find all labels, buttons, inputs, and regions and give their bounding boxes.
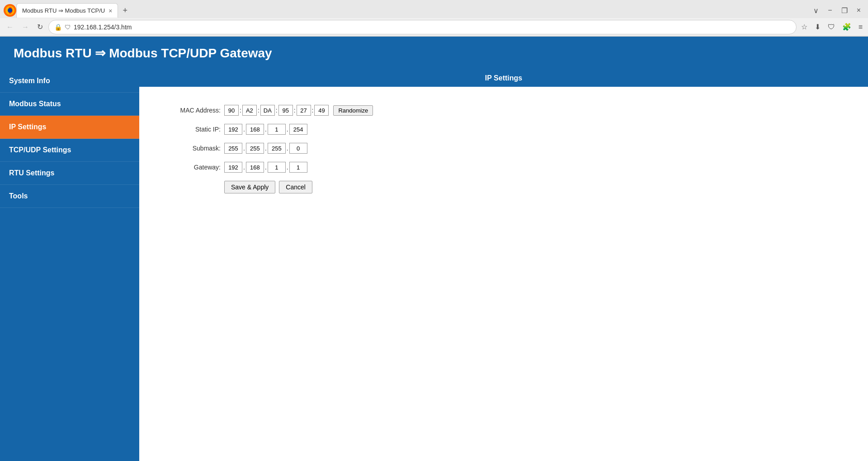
submask-sep-3: . [287,145,288,152]
tab-title: Modbus RTU ⇒ Modbus TCP/U [22,7,105,14]
address-text: 192.168.1.254/3.htm [74,24,791,31]
gateway-sep-3: . [287,164,288,171]
address-path: /3.htm [114,24,132,31]
static-ip-field-2[interactable] [246,124,264,135]
mac-sep-4: : [294,107,296,114]
extensions-button[interactable]: 🧩 [840,21,853,33]
mac-field-6[interactable] [314,105,329,116]
submask-row: Submask: . . . [166,143,841,154]
gateway-sep-2: . [265,164,267,171]
tab-bar: Modbus RTU ⇒ Modbus TCP/U × + ∨ − ❐ × [0,0,868,18]
forward-button[interactable]: → [19,21,32,33]
gateway-field-1[interactable] [224,162,242,173]
form-area: MAC Address: : : : : : Randomize [139,87,868,212]
address-base: 192.168.1.254 [74,24,114,31]
randomize-button[interactable]: Randomize [333,105,373,116]
submask-sep-2: . [265,145,267,152]
mac-sep-3: : [276,107,278,114]
save-apply-button[interactable]: Save & Apply [224,181,275,193]
page-title: Modbus RTU ⇒ Modbus TCP/UDP Gateway [14,46,854,61]
menu-button[interactable]: ≡ [857,21,864,33]
security-icon: 🔒 [54,24,62,31]
mac-sep-5: : [312,107,314,114]
page-header: Modbus RTU ⇒ Modbus TCP/UDP Gateway [0,37,868,70]
maximize-button[interactable]: ❐ [838,5,851,16]
mac-address-row: MAC Address: : : : : : Randomize [166,105,841,116]
shield-icon: 🛡 [65,24,71,31]
nav-bar: ← → ↻ 🔒 🛡 192.168.1.254/3.htm ☆ ⬇ 🛡 🧩 ≡ [0,18,868,36]
submask-field-3[interactable] [268,143,286,154]
action-row: Save & Apply Cancel [166,181,841,193]
minimize-button[interactable]: − [824,5,835,15]
tab-close-button[interactable]: × [108,7,112,14]
sidebar-item-tcp-udp-settings[interactable]: TCP/UDP Settings [0,139,139,162]
cancel-button[interactable]: Cancel [279,181,312,193]
sidebar-item-rtu-settings[interactable]: RTU Settings [0,162,139,185]
submask-field-1[interactable] [224,143,242,154]
svg-point-2 [8,8,12,13]
back-button[interactable]: ← [4,21,16,33]
window-controls: − ❐ × [824,5,864,16]
address-bar[interactable]: 🔒 🛡 192.168.1.254/3.htm [48,20,797,34]
static-ip-field-3[interactable] [268,124,286,135]
static-ip-label: Static IP: [166,126,221,133]
mac-field-4[interactable] [278,105,293,116]
section-header: IP Settings [139,70,868,87]
sidebar-item-tools[interactable]: Tools [0,185,139,208]
gateway-row: Gateway: . . . [166,162,841,173]
ip-sep-1: . [243,126,245,133]
page-body: System Info Modbus Status IP Settings TC… [0,70,868,461]
firefox-logo [4,4,16,17]
gateway-field-2[interactable] [246,162,264,173]
mac-sep-1: : [240,107,241,114]
gateway-sep-1: . [243,164,245,171]
sidebar-item-ip-settings[interactable]: IP Settings [0,116,139,139]
bookmark-button[interactable]: ☆ [799,21,809,33]
submask-field-2[interactable] [246,143,264,154]
static-ip-row: Static IP: . . . [166,124,841,135]
gateway-label: Gateway: [166,164,221,171]
submask-sep-1: . [243,145,245,152]
close-button[interactable]: × [853,5,864,15]
mac-fields: : : : : : Randomize [224,105,373,116]
ip-sep-3: . [287,126,288,133]
gateway-fields: . . . [224,162,307,173]
sidebar-item-modbus-status[interactable]: Modbus Status [0,93,139,116]
mac-field-3[interactable] [260,105,275,116]
submask-fields: . . . [224,143,307,154]
reload-button[interactable]: ↻ [34,21,46,33]
new-tab-button[interactable]: + [121,6,129,15]
active-tab[interactable]: Modbus RTU ⇒ Modbus TCP/U × [16,3,118,18]
sidebar-item-system-info[interactable]: System Info [0,70,139,93]
mac-field-2[interactable] [242,105,257,116]
static-ip-fields: . . . [224,124,307,135]
pocket-button[interactable]: ⬇ [813,21,822,33]
gateway-field-4[interactable] [289,162,307,173]
static-ip-field-1[interactable] [224,124,242,135]
tab-overflow-button[interactable]: ∨ [813,6,819,15]
submask-label: Submask: [166,145,221,152]
mac-field-1[interactable] [224,105,239,116]
shield-button[interactable]: 🛡 [826,21,837,33]
ip-sep-2: . [265,126,267,133]
sidebar: System Info Modbus Status IP Settings TC… [0,70,139,461]
mac-field-5[interactable] [297,105,311,116]
gateway-field-3[interactable] [268,162,286,173]
main-content: IP Settings MAC Address: : : : : : Ra [139,70,868,461]
nav-right-icons: ☆ ⬇ 🛡 🧩 ≡ [799,21,864,33]
static-ip-field-4[interactable] [289,124,307,135]
mac-sep-2: : [258,107,259,114]
mac-label: MAC Address: [166,107,221,114]
submask-field-4[interactable] [289,143,307,154]
